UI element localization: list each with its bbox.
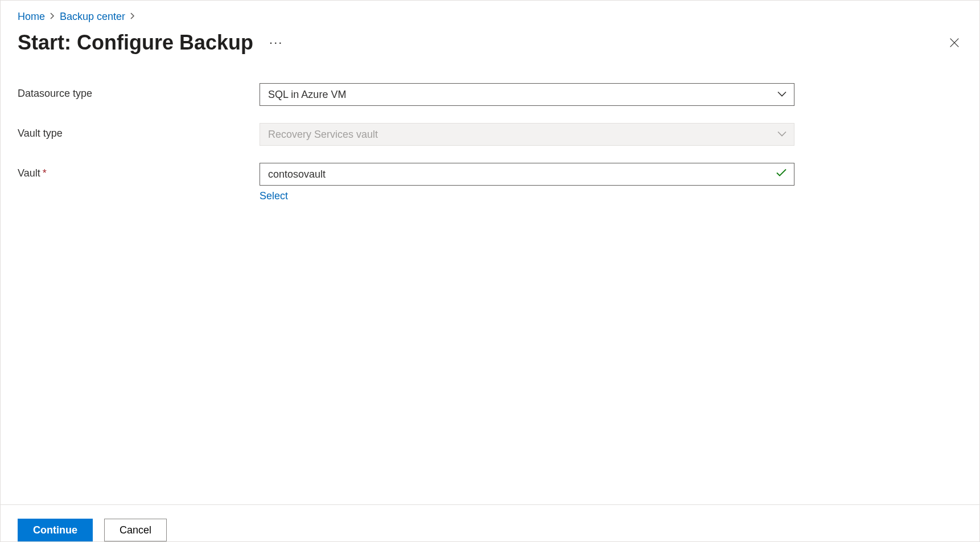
required-indicator: *	[43, 167, 47, 179]
chevron-down-icon	[777, 89, 787, 101]
form-area: Datasource type SQL in Azure VM Vault ty…	[1, 72, 979, 504]
continue-button[interactable]: Continue	[18, 519, 93, 541]
page-title: Start: Configure Backup	[18, 31, 253, 55]
datasource-type-select[interactable]: SQL in Azure VM	[260, 83, 794, 106]
field-datasource-type: Datasource type SQL in Azure VM	[18, 83, 962, 106]
cancel-button[interactable]: Cancel	[104, 519, 167, 541]
breadcrumb: Home Backup center	[1, 1, 979, 28]
chevron-right-icon	[50, 12, 55, 22]
breadcrumb-backup-center[interactable]: Backup center	[60, 11, 125, 23]
vault-type-select: Recovery Services vault	[260, 123, 794, 146]
field-vault-type: Vault type Recovery Services vault	[18, 123, 962, 146]
label-vault-type: Vault type	[18, 123, 260, 139]
label-datasource-type: Datasource type	[18, 83, 260, 100]
close-icon	[948, 36, 961, 49]
more-actions-icon[interactable]: ···	[269, 35, 283, 50]
vault-select-link[interactable]: Select	[260, 190, 288, 202]
chevron-right-icon	[130, 12, 135, 22]
footer: Continue Cancel	[1, 504, 979, 541]
label-vault-text: Vault	[18, 167, 40, 179]
vault-value: contosovault	[268, 169, 326, 180]
checkmark-icon	[776, 169, 787, 180]
chevron-down-icon	[777, 129, 787, 141]
datasource-type-value: SQL in Azure VM	[268, 89, 346, 101]
vault-input[interactable]: contosovault	[260, 163, 794, 186]
close-button[interactable]	[946, 35, 962, 51]
page-header: Start: Configure Backup ···	[1, 28, 979, 72]
vault-type-value: Recovery Services vault	[268, 129, 378, 141]
label-vault: Vault*	[18, 163, 260, 179]
field-vault: Vault* contosovault Select	[18, 163, 962, 202]
breadcrumb-home[interactable]: Home	[18, 11, 45, 23]
